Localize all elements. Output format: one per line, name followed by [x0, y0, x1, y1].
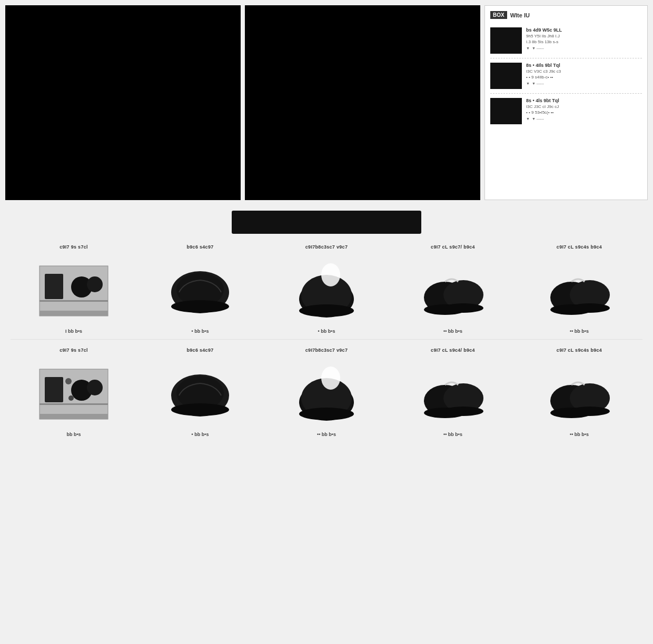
svg-point-43 — [570, 407, 610, 416]
panel-center — [245, 5, 480, 200]
product-col-r1-4: c9I7 cL s9c7/ b9c4 — [390, 244, 516, 253]
svg-point-12 — [299, 304, 354, 317]
product-price-r2-5: •• bb b•s — [570, 432, 589, 437]
info-line1-3: 8s • 4ls 9bt Tql — [526, 98, 642, 103]
info-line3-2: • • 9 s4IIb-c• •• — [526, 75, 642, 80]
product-price-r1-5: •• bb b•s — [570, 329, 589, 334]
product-price-r2-1: bb b•s — [66, 432, 81, 437]
middle-bar[interactable] — [232, 211, 421, 234]
product-img-col-r2-2[interactable]: • bb b•s — [137, 361, 263, 437]
product-label-r2-4: c9I7 cL s9c4/ b9c4 — [431, 348, 475, 353]
product-label-r2-5: c9I7 cL s9c4s b9c4 — [557, 348, 602, 353]
product-col-r1-3: c9I7b8c3sc7 v9c7 — [263, 244, 390, 253]
info-thumb-1 — [490, 27, 522, 54]
svg-point-16 — [443, 303, 483, 313]
product-col-r2-4: c9I7 cL s9c4/ b9c4 — [390, 348, 516, 356]
product-col-r2-2: b9c6 s4c97 — [137, 348, 263, 356]
product-grid-section: c9I7 9s s7cl b9c6 s4c97 c9I7b8c3sc7 v9c7… — [0, 239, 653, 448]
product-label-r2-3: c9I7b8c3sc7 v9c7 — [305, 348, 348, 353]
svg-rect-24 — [45, 377, 63, 402]
row-divider-1 — [11, 339, 642, 340]
info-panel-title: WIte IU — [510, 12, 530, 18]
info-meta-1: ▼ ▼ ------ — [526, 46, 642, 50]
product-img-col-r1-1[interactable]: I bb b•s — [11, 258, 137, 334]
grid-row2-labels: c9I7 9s s7cl b9c6 s4c97 c9I7b8c3sc7 v9c7… — [11, 348, 642, 356]
product-image-r2-1 — [26, 361, 121, 430]
grid-row1-images: I bb b•s • bb b•s — [11, 258, 642, 334]
product-img-col-r2-5[interactable]: •• bb b•s — [516, 361, 642, 437]
info-panel-header: BOX WIte IU — [490, 11, 642, 19]
meta-text-2: ▼ ------ — [532, 82, 544, 85]
info-meta-3: ▼ ▼ ------ — [526, 117, 642, 121]
product-img-col-r1-4[interactable]: •• bb b•s — [390, 258, 516, 334]
info-line2-1: 9h5 Y5I IIs Jh8 I.J — [526, 34, 642, 38]
product-col-r1-5: c9I7 cL s9c4s b9c4 — [516, 244, 642, 253]
svg-point-27 — [65, 378, 72, 384]
product-price-r2-3: •• bb b•s — [317, 432, 336, 437]
product-image-r2-5 — [532, 361, 627, 430]
meta-text-3: ▼ ------ — [532, 117, 544, 121]
info-thumb-3 — [490, 98, 522, 124]
product-label-r2-1: c9I7 9s s7cl — [60, 348, 88, 353]
svg-point-5 — [87, 276, 103, 292]
product-label-r1-4: c9I7 cL s9c7/ b9c4 — [431, 244, 475, 250]
product-col-r2-5: c9I7 cL s9c4s b9c4 — [516, 348, 642, 356]
info-line3-3: • • 9 53•I5c(• •• — [526, 110, 642, 115]
svg-point-8 — [171, 300, 229, 313]
bread-svg-1 — [163, 263, 237, 321]
product-label-r1-2: b9c6 s4c97 — [186, 244, 213, 250]
product-price-r2-4: •• bb b•s — [443, 432, 462, 437]
info-meta-2: ▼ ▼ ------ — [526, 82, 642, 85]
info-line1-2: 8s • 4Ils 9bl Tql — [526, 63, 642, 68]
svg-rect-1 — [39, 300, 108, 302]
grid-row2-images: bb b•s • bb b•s — [11, 361, 642, 437]
svg-rect-3 — [45, 274, 63, 299]
product-col-r1-2: b9c6 s4c97 — [137, 244, 263, 253]
shelf-svg-1 — [37, 263, 111, 321]
svg-point-35 — [299, 408, 354, 420]
product-label-r1-1: c9I7 9s s7cl — [60, 244, 88, 250]
product-price-r1-4: •• bb b•s — [443, 329, 462, 334]
svg-rect-22 — [39, 403, 108, 405]
svg-rect-2 — [39, 311, 108, 316]
product-img-col-r2-4[interactable]: •• bb b•s — [390, 361, 516, 437]
product-img-col-r1-3[interactable]: • bb b•s — [263, 258, 390, 334]
product-label-r1-5: c9I7 cL s9c4s b9c4 — [557, 244, 602, 250]
meta-icon-2: ▼ — [526, 82, 530, 85]
product-image-r1-2 — [153, 258, 248, 326]
product-img-col-r1-5[interactable]: •• bb b•s — [516, 258, 642, 334]
product-image-r1-3 — [279, 258, 374, 326]
info-item-3: 8s • 4ls 9bt Tql I3C J3C cI J9c cJ • • 9… — [490, 94, 642, 128]
product-image-r1-5 — [532, 258, 627, 326]
bread-svg-2 — [163, 366, 237, 424]
stuffed-svg-4 — [542, 366, 616, 424]
product-label-r1-3: c9I7b8c3sc7 v9c7 — [305, 244, 348, 250]
info-text-2: 8s • 4Ils 9bl Tql I3C V3C c3 J9c c3 • • … — [526, 63, 642, 89]
info-thumb-2 — [490, 63, 522, 89]
product-image-r1-1 — [26, 258, 121, 326]
stuffed-svg-3 — [416, 366, 490, 424]
info-item-1: bs 4d9 W5c 9LL 9h5 Y5I IIs Jh8 I.J I.3 8… — [490, 23, 642, 58]
svg-rect-23 — [39, 414, 108, 419]
stuffed-svg-1 — [416, 263, 490, 321]
product-price-r1-1: I bb b•s — [65, 329, 82, 334]
info-text-1: bs 4d9 W5c 9LL 9h5 Y5I IIs Jh8 I.J I.3 8… — [526, 27, 642, 54]
info-text-3: 8s • 4ls 9bt Tql I3C J3C cI J9c cJ • • 9… — [526, 98, 642, 124]
svg-point-11 — [321, 263, 340, 286]
shelf-svg-2 — [37, 366, 111, 424]
product-image-r2-4 — [405, 361, 500, 430]
product-img-col-r2-3[interactable]: •• bb b•s — [263, 361, 390, 437]
meta-icon-3: ▼ — [526, 117, 530, 121]
meta-text-1: ▼ ------ — [532, 46, 544, 50]
svg-point-31 — [171, 403, 229, 416]
product-img-col-r2-1[interactable]: bb b•s — [11, 361, 137, 437]
product-col-r2-1: c9I7 9s s7cl — [11, 348, 137, 356]
box-icon: BOX — [490, 11, 507, 19]
product-price-r2-2: • bb b•s — [192, 432, 209, 437]
chicken-svg-2 — [290, 366, 363, 424]
meta-icon-1: ▼ — [526, 46, 530, 50]
product-price-r1-2: • bb b•s — [192, 329, 209, 334]
info-item-2: 8s • 4Ils 9bl Tql I3C V3C c3 J9c c3 • • … — [490, 58, 642, 94]
product-img-col-r1-2[interactable]: • bb b•s — [137, 258, 263, 334]
product-image-r2-2 — [153, 361, 248, 430]
